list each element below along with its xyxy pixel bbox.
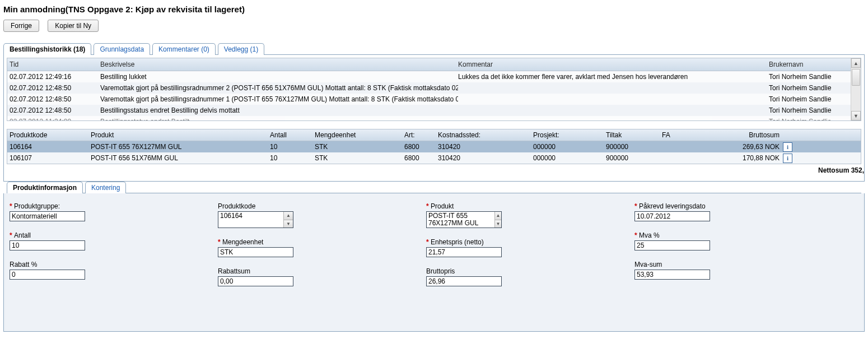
- product-row[interactable]: 106164 POST-IT 655 76X127MM GUL 10 STK 6…: [7, 141, 861, 152]
- net-sum: Nettosum 352,: [4, 166, 864, 174]
- product-info-form: Produktgruppe: Antall Rabatt % Produktko…: [3, 193, 865, 332]
- copy-to-new-button[interactable]: Kopier til Ny: [48, 20, 99, 32]
- col-unit: Mengdeenhet: [315, 131, 404, 139]
- col-gross: Bruttosum: [735, 131, 783, 139]
- tab-order-history[interactable]: Bestillingshistorikk (18): [3, 43, 91, 55]
- tab-attachments[interactable]: Vedlegg (1): [218, 43, 264, 55]
- label-product-code: Produktkode: [218, 202, 426, 210]
- history-row[interactable]: 02.07.2012 12:48:50 Varemottak gjort på …: [7, 82, 861, 94]
- label-delivery-date: Påkrevd leveringsdato: [634, 202, 843, 210]
- label-discount-pct: Rabatt %: [10, 261, 218, 268]
- unit-price-input[interactable]: [426, 247, 502, 257]
- label-vat-pct: Mva %: [634, 231, 843, 239]
- tab-accounting[interactable]: Kontering: [85, 182, 126, 193]
- detail-tabs: Produktinformasjon Kontering: [7, 182, 861, 193]
- history-scrollbar[interactable]: ▲ ▼: [851, 58, 861, 120]
- top-tabs: Bestillingshistorikk (18) Grunnlagsdata …: [3, 43, 865, 55]
- chevron-down-icon[interactable]: ▼: [495, 220, 501, 228]
- product-stepper[interactable]: POST-IT 655 76X127MM GUL ▲ ▼: [426, 211, 502, 228]
- col-description: Beskrivelse: [100, 61, 458, 68]
- vat-pct-input[interactable]: [634, 240, 710, 250]
- col-art: Art:: [404, 131, 438, 139]
- discount-sum-input[interactable]: [218, 276, 293, 286]
- scroll-up-icon[interactable]: ▲: [851, 58, 861, 68]
- previous-button[interactable]: Forrige: [3, 20, 39, 32]
- label-unit-price: Enhetspris (netto): [426, 238, 634, 246]
- page-title: Min anmodning(TNS Oppgave 2: Kjøp av rek…: [3, 4, 865, 14]
- label-unit: Mengdeenhet: [218, 238, 426, 246]
- discount-pct-input[interactable]: [10, 270, 85, 280]
- label-product: Produkt: [426, 202, 634, 210]
- vat-sum-input[interactable]: [634, 270, 710, 280]
- history-header: Tid Beskrivelse Kommentar Brukernavn: [7, 58, 861, 71]
- tab-comments[interactable]: Kommentarer (0): [152, 43, 216, 55]
- chevron-down-icon[interactable]: ▼: [284, 220, 293, 228]
- products-table: Produktkode Produkt Antall Mengdeenhet A…: [7, 129, 861, 164]
- col-product-code: Produktkode: [10, 131, 91, 139]
- info-icon[interactable]: i: [783, 142, 792, 152]
- label-discount-sum: Rabattsum: [218, 267, 426, 275]
- chevron-up-icon[interactable]: ▲: [284, 212, 293, 220]
- history-row[interactable]: 02.07.2012 11:34:00 Bestillingsstatus en…: [7, 116, 861, 120]
- history-row[interactable]: 02.07.2012 12:48:50 Bestillingsstatus en…: [7, 105, 861, 116]
- tab-product-info[interactable]: Produktinformasjon: [7, 182, 83, 193]
- delivery-date-input[interactable]: [634, 211, 710, 221]
- product-row[interactable]: 106107 POST-IT 656 51X76MM GUL 10 STK 68…: [7, 152, 861, 164]
- qty-input[interactable]: [10, 240, 85, 250]
- product-code-stepper[interactable]: 106164 ▲ ▼: [218, 211, 293, 228]
- col-product: Produkt: [91, 131, 270, 139]
- label-product-group: Produktgruppe:: [10, 202, 218, 210]
- label-vat-sum: Mva-sum: [634, 261, 843, 268]
- scroll-thumb[interactable]: [852, 69, 860, 86]
- tab-basis-data[interactable]: Grunnlagsdata: [94, 43, 150, 55]
- info-icon[interactable]: i: [783, 154, 792, 163]
- history-body: 02.07.2012 12:49:16 Bestilling lukket Lu…: [7, 71, 861, 120]
- chevron-up-icon[interactable]: ▲: [495, 212, 501, 220]
- top-panel: Tid Beskrivelse Kommentar Brukernavn 02.…: [3, 55, 865, 182]
- history-row[interactable]: 02.07.2012 12:49:16 Bestilling lukket Lu…: [7, 71, 861, 82]
- col-costcenter: Kostnadssted:: [438, 131, 533, 139]
- label-qty: Antall: [10, 231, 218, 239]
- col-username: Brukernavn: [769, 61, 858, 68]
- toolbar: Forrige Kopier til Ny: [3, 20, 865, 32]
- label-gross-price: Bruttopris: [426, 267, 634, 275]
- products-header: Produktkode Produkt Antall Mengdeenhet A…: [7, 129, 861, 141]
- product-group-input[interactable]: [10, 211, 85, 221]
- col-fa: FA: [662, 131, 735, 139]
- col-time: Tid: [10, 61, 100, 68]
- col-tiltak: Tiltak: [606, 131, 662, 139]
- history-row[interactable]: 02.07.2012 12:48:50 Varemottak gjort på …: [7, 94, 861, 105]
- unit-input[interactable]: [218, 247, 293, 257]
- col-qty: Antall: [270, 131, 315, 139]
- gross-price-input[interactable]: [426, 276, 502, 286]
- scroll-down-icon[interactable]: ▼: [851, 111, 861, 120]
- col-project: Prosjekt:: [533, 131, 606, 139]
- col-comment: Kommentar: [458, 61, 769, 68]
